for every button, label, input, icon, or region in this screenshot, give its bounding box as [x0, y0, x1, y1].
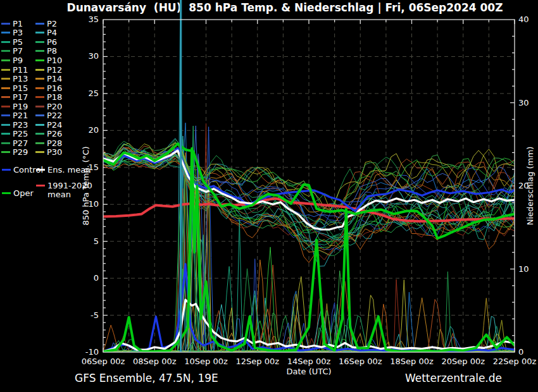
y-right-tick-label: 10	[518, 264, 537, 274]
x-tick-label: 20Sep 00z	[435, 357, 492, 366]
y-right-tick-label: 0	[518, 347, 537, 357]
y-left-tick-label: 20	[71, 125, 99, 135]
x-tick-label: 18Sep 00z	[384, 357, 441, 366]
footer-model-info: GFS Ensemble, 47.5N, 19E	[75, 372, 218, 384]
y-left-tick-label: 35	[71, 15, 99, 24]
ensemble-forecast-page: Dunavarsány (HU) 850 hPa Temp. & Nieders…	[0, 0, 538, 392]
y-left-tick-label: 10	[71, 199, 99, 209]
x-tick-label: 16Sep 00z	[332, 357, 389, 366]
x-tick-label: 08Sep 00z	[126, 357, 183, 366]
y-right-tick-label: 30	[518, 98, 537, 107]
y-left-tick-label: 15	[71, 162, 99, 172]
x-tick-label: 14Sep 00z	[280, 357, 337, 366]
x-tick-label: 22Sep 00z	[486, 357, 538, 366]
y-left-tick-label: 0	[71, 273, 99, 283]
x-tick-label: 12Sep 00z	[229, 357, 286, 366]
x-tick-label: 10Sep 00z	[178, 357, 235, 366]
y-left-tick-label: 30	[71, 51, 99, 61]
x-tick-label: 06Sep 00z	[75, 357, 132, 366]
y-left-tick-label: 5	[71, 236, 99, 246]
y-left-tick-label: -10	[71, 347, 99, 357]
y-left-tick-label: -5	[71, 310, 99, 320]
y-left-tick-label: 25	[71, 89, 99, 98]
footer-brand: Wetterzentrale.de	[316, 372, 502, 384]
y-axis-label-left: 850 hPa Temp. (°C)	[81, 116, 91, 255]
y-right-tick-label: 40	[518, 15, 537, 24]
y-right-tick-label: 20	[518, 181, 537, 190]
